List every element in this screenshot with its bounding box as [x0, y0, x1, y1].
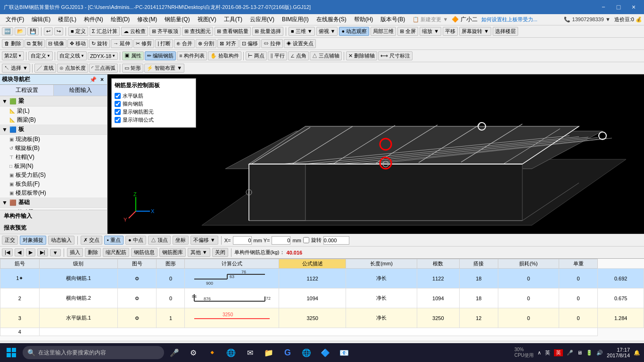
level-btn[interactable]: ⊞ 齐平板顶 [149, 27, 181, 36]
intersect-btn[interactable]: ✗ 交点 [81, 236, 102, 245]
sum-btn[interactable]: Σ 汇总计算 [90, 27, 120, 36]
floor-dropdown[interactable]: 第2层 ▼ [2, 51, 24, 60]
close-table-btn[interactable]: 关闭 [212, 248, 228, 257]
taskbar-globe-icon[interactable]: 🌐 [298, 344, 315, 361]
redo-btn[interactable]: ↪ [54, 27, 63, 35]
sidebar-item-col-cap[interactable]: ⊤柱帽(V) [0, 153, 107, 162]
break-btn[interactable]: | 打断 [155, 39, 173, 48]
table-row[interactable]: 3 水平纵筋.1 Φ 1 3250 3250 净长 3250 12 0 0 1.… [0, 308, 644, 328]
dimension-btn[interactable]: ⟷ 尺寸标注 [378, 51, 413, 60]
axis-dropdown[interactable]: 自定义线▼ [57, 51, 87, 60]
x-input[interactable] [233, 236, 252, 245]
y-input[interactable] [272, 236, 290, 245]
no-offset-btn[interactable]: 不偏移 ▼ [190, 236, 218, 245]
coord-btn[interactable]: 坐标 [173, 236, 189, 245]
delete-row-btn[interactable]: 删除 [85, 248, 101, 257]
sidebar-item-ringbeam[interactable]: 📐圈梁(B) [0, 115, 107, 124]
menu-component[interactable]: 构件(N) [80, 15, 107, 25]
sidebar-item-cast-slab[interactable]: ▣现浇板(B) [0, 135, 107, 144]
rotate-btn[interactable]: ↻ 旋转 [89, 39, 110, 48]
section-foundation-header[interactable]: ▼ 🟫 基础 [0, 197, 107, 208]
pointangle-btn[interactable]: ∠ 点角 [288, 51, 309, 60]
midpoint-btn[interactable]: ▪ 重点 [104, 236, 124, 245]
viewrebar-btn[interactable]: ⊞ 查看钢筋量 [215, 27, 251, 36]
align-btn[interactable]: ⊠ 对齐 [217, 39, 238, 48]
findref-btn[interactable]: ⊞ 查找图元 [182, 27, 213, 36]
tray-volume[interactable]: 🔊 [596, 350, 603, 356]
single-component-btn[interactable]: 单构件输入 [0, 210, 107, 222]
rotate-checkbox[interactable] [303, 237, 309, 243]
taskbar-mail-icon[interactable]: ✉ [241, 344, 258, 361]
taskbar-explorer-icon[interactable]: 📁 [260, 344, 277, 361]
menu-bim[interactable]: BIM应用(I) [278, 15, 313, 25]
sidebar-close-btn[interactable]: × [99, 76, 105, 83]
edit-rebar-btn[interactable]: ✏ 编辑钢筋 [145, 51, 176, 60]
new-btn[interactable]: 🆕 [2, 27, 13, 35]
cloud-btn[interactable]: ☁ 云检查 [121, 27, 148, 36]
taskbar-app8-icon[interactable]: 📧 [336, 344, 353, 361]
smart-btn[interactable]: ⚡ 智能布置 ▼ [144, 64, 184, 73]
section-beam-header[interactable]: ▼ 🟩 梁 [0, 96, 107, 107]
tray-icon-up[interactable]: ∧ [537, 350, 541, 356]
checkbox-show-formula[interactable]: 显示详细公式 [115, 116, 193, 123]
last-page-btn[interactable]: ▶| [37, 248, 48, 256]
threeaxis-btn[interactable]: △ 三点辅轴 [310, 51, 342, 60]
setvertex-btn[interactable]: ◈ 设置夹点 [284, 39, 316, 48]
menu-cloud[interactable]: 云应用(V) [246, 15, 278, 25]
scale-rebar-btn[interactable]: 缩尺配筋 [103, 248, 129, 257]
report-preview-btn[interactable]: 报表预览 [0, 222, 107, 234]
menu-rebar[interactable]: 钢筋量(Q) [161, 15, 193, 25]
checkbox-horizontal-rebar[interactable]: 水平纵筋 [115, 92, 193, 99]
dynamic-input-btn[interactable]: 动态输入 [48, 236, 74, 245]
twopoints-btn[interactable]: ⊢ 两点 [246, 51, 267, 60]
3d-viewport[interactable]: X Z Y 钢筋显示控制面板 水平纵筋 箍向钢筋 显示钢筋图元 [107, 74, 644, 234]
prev-page-btn[interactable]: ◀ [15, 248, 24, 256]
sidebar-item-slab-neg[interactable]: ▣板负筋(F) [0, 180, 107, 189]
sidebar-item-slab-rebar[interactable]: ▣板受力筋(S) [0, 171, 107, 180]
canvas-area[interactable]: X Z Y 钢筋显示控制面板 水平纵筋 箍向钢筋 显示钢筋图元 [107, 74, 644, 234]
show-rebar-checkbox[interactable] [115, 109, 121, 115]
merge-btn[interactable]: ⊕ 合并 [174, 39, 195, 48]
select-layer-btn[interactable]: 选择楼层 [493, 27, 518, 36]
sidebar-item-beam-l[interactable]: 📐梁(L) [0, 107, 107, 115]
fullscreen-btn[interactable]: ⊞ 全屏 [397, 27, 418, 36]
horizontal-rebar-checkbox[interactable] [115, 93, 121, 99]
view3d-btn[interactable]: ■ 三维 ▼ [289, 27, 315, 36]
drawing-input-tab[interactable]: 绘图输入 [54, 85, 107, 96]
tray-network[interactable]: 🖥 [577, 350, 582, 355]
taskbar-search[interactable]: 🔍 在这里输入你要搜索的内容 [23, 346, 164, 359]
pickup-btn[interactable]: ✋ 拾取构件 [208, 51, 241, 60]
screen-rotate-btn[interactable]: 屏幕旋转 ▼ [459, 27, 491, 36]
batch-btn[interactable]: ⊞ 批量选择 [252, 27, 283, 36]
select-tool-btn[interactable]: ↖ 选择 ▼ [2, 64, 30, 73]
pointlength-btn[interactable]: ⊙ 点加长度 [57, 64, 88, 73]
save-btn[interactable]: 💾 [27, 27, 39, 35]
tray-battery[interactable]: 🔋 [586, 350, 593, 356]
tray-voice[interactable]: 🎤 [567, 350, 573, 356]
rect-btn[interactable]: ▭ 矩形 [122, 64, 143, 73]
minimize-button[interactable]: － [597, 2, 610, 12]
drag-btn[interactable]: ⇔ 拉伸 [261, 39, 283, 48]
property-btn[interactable]: ▣ 属性 [122, 51, 144, 60]
define-btn[interactable]: ■ 定义 [68, 27, 88, 36]
pan-btn[interactable]: 平移 [443, 27, 458, 36]
checkbox-show-rebar[interactable]: 显示钢筋图元 [115, 108, 193, 115]
menu-modify[interactable]: 修改(M) [133, 15, 161, 25]
sidebar-item-spiral-slab[interactable]: ↺螺旋板(B) [0, 144, 107, 153]
define-type-dropdown[interactable]: 自定义▼ [28, 51, 53, 60]
snap-btn[interactable]: 对象捕捉 [20, 236, 46, 245]
arc-btn[interactable]: ◜ 三点画弧 [89, 64, 118, 73]
maximize-button[interactable]: □ [612, 2, 625, 12]
trim-btn[interactable]: ✂ 修剪 [133, 39, 154, 48]
menu-edit[interactable]: 编辑(E) [28, 15, 54, 25]
table-row[interactable]: 2 横向钢筋.2 Φ 0 876 84 72 1094 净长 1094 [0, 288, 644, 308]
insert-btn[interactable]: 插入 [67, 248, 83, 257]
sidebar-item-floor-band[interactable]: ▣楼层板带(H) [0, 189, 107, 197]
menu-version[interactable]: 版本号(B) [377, 15, 409, 25]
parallel-btn[interactable]: ∥ 平行 [268, 51, 287, 60]
next-page-btn[interactable]: ▶ [26, 248, 35, 256]
dynamic-btn[interactable]: ● 动态观察 [339, 27, 369, 36]
taskbar-g-icon[interactable]: G [279, 344, 296, 361]
offset-btn[interactable]: ⊡ 偏移 [239, 39, 260, 48]
zoom-btn[interactable]: 缩放 ▼ [420, 27, 441, 36]
